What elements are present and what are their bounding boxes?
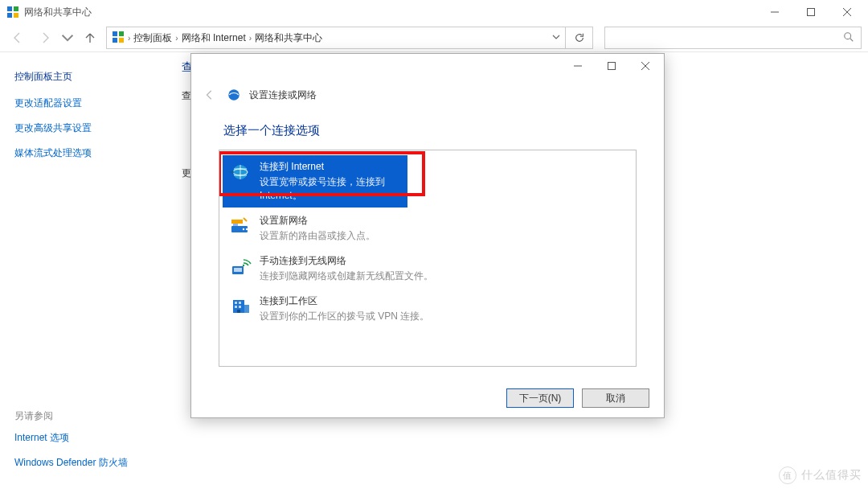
svg-point-24 [243, 228, 244, 230]
search-input[interactable] [604, 27, 862, 49]
nav-forward-button[interactable] [34, 27, 56, 49]
nav-recent-button[interactable] [61, 27, 74, 49]
svg-rect-2 [7, 13, 12, 18]
option-desc: 设置新的路由器或接入点。 [260, 229, 375, 243]
option-title: 连接到工作区 [260, 294, 429, 308]
svg-point-29 [243, 265, 244, 266]
window-controls [756, 1, 865, 23]
dialog-titlebar [191, 54, 664, 78]
svg-rect-0 [7, 6, 12, 11]
svg-rect-1 [14, 6, 18, 11]
chevron-right-icon: › [249, 34, 252, 43]
dialog-title: 设置连接或网络 [249, 88, 317, 102]
breadcrumb[interactable]: 网络和共享中心 [255, 31, 322, 45]
svg-rect-8 [113, 31, 117, 36]
maximize-button[interactable] [792, 1, 829, 23]
svg-rect-26 [231, 220, 243, 224]
nav-toolbar: › 控制面板 › 网络和 Internet › 网络和共享中心 [0, 24, 868, 51]
dialog-maximize-button[interactable] [595, 55, 628, 77]
watermark-badge-icon: 值 [779, 466, 796, 484]
address-bar[interactable]: › 控制面板 › 网络和 Internet › 网络和共享中心 [106, 27, 566, 49]
cancel-button[interactable]: 取消 [582, 388, 649, 408]
breadcrumb[interactable]: 控制面板 [133, 31, 172, 45]
svg-rect-35 [237, 310, 240, 313]
chevron-down-icon[interactable] [552, 32, 560, 43]
watermark-text: 什么值得买 [801, 468, 862, 483]
option-connect-internet[interactable]: 连接到 Internet 设置宽带或拨号连接，连接到 Internet。 [223, 155, 407, 208]
network-center-icon [112, 31, 125, 46]
setup-connection-dialog: 设置连接或网络 选择一个连接选项 连接到 Internet 设置宽带或拨号连接，… [190, 53, 665, 418]
svg-rect-10 [113, 38, 117, 43]
minimize-button[interactable] [756, 1, 792, 23]
option-setup-new-network[interactable]: 设置新网络 设置新的路由器或接入点。 [223, 209, 633, 248]
see-also-internet-options[interactable]: Internet 选项 [14, 431, 151, 445]
window-titlebar: 网络和共享中心 [0, 0, 868, 24]
svg-rect-9 [119, 31, 124, 36]
svg-line-13 [850, 38, 854, 41]
nav-back-button[interactable] [6, 27, 29, 49]
see-also: 另请参阅 Internet 选项 Windows Defender 防火墙 [14, 409, 151, 481]
close-button[interactable] [829, 1, 865, 23]
svg-rect-28 [234, 268, 242, 272]
option-connect-workplace[interactable]: 连接到工作区 设置到你的工作区的拨号或 VPN 连接。 [223, 290, 633, 328]
nav-up-button[interactable] [79, 27, 101, 49]
connection-options-list: 连接到 Internet 设置宽带或拨号连接，连接到 Internet。 设置新… [219, 150, 637, 367]
search-icon [843, 31, 854, 45]
network-center-icon [6, 6, 19, 18]
router-icon [229, 215, 252, 237]
svg-point-18 [228, 89, 240, 101]
svg-point-21 [231, 171, 234, 174]
svg-rect-22 [231, 226, 248, 232]
sidebar-title: 控制面板主页 [14, 70, 146, 84]
breadcrumb[interactable]: 网络和 Internet [182, 31, 246, 45]
svg-rect-3 [14, 13, 18, 18]
svg-rect-31 [235, 302, 237, 304]
see-also-header: 另请参阅 [14, 409, 151, 423]
svg-rect-11 [119, 38, 124, 43]
option-title: 设置新网络 [260, 214, 375, 228]
option-desc: 连接到隐藏网络或创建新无线配置文件。 [260, 269, 433, 283]
option-title: 手动连接到无线网络 [260, 254, 433, 268]
window-title: 网络和共享中心 [24, 6, 92, 19]
wireless-network-icon [229, 255, 252, 277]
sidebar-link-sharing[interactable]: 更改高级共享设置 [14, 121, 146, 135]
svg-rect-15 [608, 63, 616, 70]
svg-point-25 [246, 228, 248, 230]
svg-rect-32 [239, 302, 241, 304]
dialog-footer: 下一页(N) 取消 [506, 388, 649, 408]
workplace-vpn-icon [229, 295, 252, 318]
dialog-close-button[interactable] [628, 55, 662, 77]
dialog-minimize-button[interactable] [561, 55, 595, 77]
sidebar: 控制面板主页 更改适配器设置 更改高级共享设置 媒体流式处理选项 另请参阅 In… [0, 52, 161, 489]
option-manual-wireless[interactable]: 手动连接到无线网络 连接到隐藏网络或创建新无线配置文件。 [223, 249, 633, 288]
option-desc: 设置到你的工作区的拨号或 VPN 连接。 [260, 310, 429, 323]
see-also-defender-firewall[interactable]: Windows Defender 防火墙 [14, 456, 151, 470]
globe-network-icon [229, 161, 252, 183]
next-button[interactable]: 下一页(N) [506, 388, 574, 408]
svg-rect-34 [239, 306, 241, 308]
dialog-back-button[interactable] [201, 89, 219, 101]
sidebar-link-adapter[interactable]: 更改适配器设置 [14, 97, 146, 110]
svg-point-12 [845, 32, 851, 39]
sidebar-link-media[interactable]: 媒体流式处理选项 [14, 146, 146, 160]
refresh-button[interactable] [566, 27, 593, 49]
watermark: 值 什么值得买 [779, 466, 862, 484]
dialog-header: 设置连接或网络 [191, 78, 664, 107]
network-wizard-icon [227, 88, 241, 102]
svg-rect-36 [244, 305, 249, 313]
chevron-right-icon: › [175, 34, 178, 43]
option-title: 连接到 Internet [260, 160, 401, 174]
dialog-heading: 选择一个连接选项 [191, 107, 664, 150]
svg-rect-5 [807, 9, 814, 16]
chevron-right-icon: › [128, 34, 130, 43]
option-desc: 设置宽带或拨号连接，连接到 Internet。 [260, 175, 401, 203]
svg-rect-33 [235, 306, 237, 308]
